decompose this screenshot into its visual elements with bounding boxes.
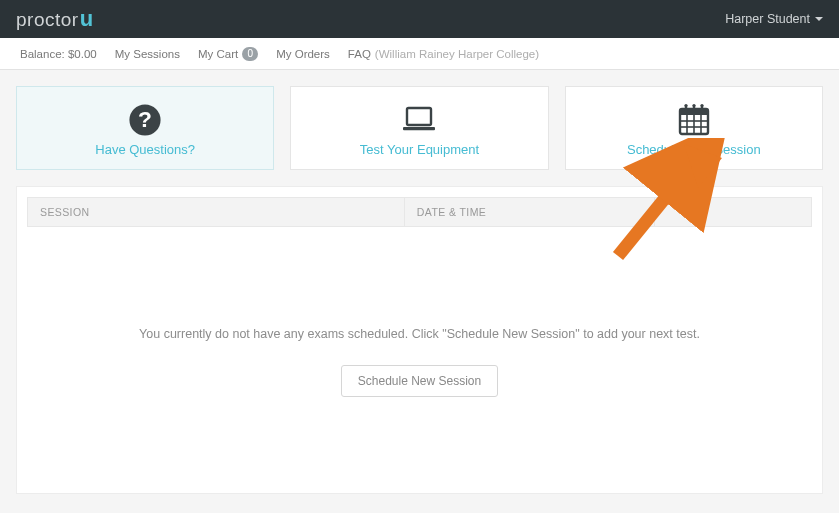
laptop-icon <box>399 100 439 140</box>
card-test-equipment[interactable]: Test Your Equipment <box>290 86 548 170</box>
nav-faq-institution: (William Rainey Harper College) <box>375 48 539 60</box>
card-have-questions-label: Have Questions? <box>95 142 195 157</box>
nav-faq-label: FAQ <box>348 48 371 60</box>
nav-faq[interactable]: FAQ (William Rainey Harper College) <box>348 48 539 60</box>
col-session: SESSION <box>28 206 404 218</box>
svg-point-9 <box>684 103 687 106</box>
card-schedule-new-label: Schedule New Session <box>627 142 761 157</box>
action-cards-row: ? Have Questions? Test Your Equipment <box>16 86 823 170</box>
empty-state: You currently do not have any exams sche… <box>27 227 812 397</box>
logo[interactable]: proctor u <box>16 6 93 32</box>
caret-down-icon <box>815 17 823 21</box>
user-display-name: Harper Student <box>725 12 810 26</box>
logo-prefix: proctor <box>16 9 79 31</box>
user-menu[interactable]: Harper Student <box>725 12 823 26</box>
subnav: Balance: $0.00 My Sessions My Cart 0 My … <box>0 38 839 70</box>
calendar-icon <box>676 100 712 140</box>
svg-rect-3 <box>403 127 435 130</box>
svg-text:?: ? <box>138 106 152 132</box>
empty-state-message: You currently do not have any exams sche… <box>27 327 812 341</box>
topbar: proctor u Harper Student <box>0 0 839 38</box>
col-datetime: DATE & TIME <box>404 198 655 226</box>
nav-my-cart[interactable]: My Cart 0 <box>198 47 258 61</box>
svg-rect-2 <box>407 108 431 125</box>
card-schedule-new[interactable]: Schedule New Session <box>565 86 823 170</box>
svg-point-11 <box>700 103 703 106</box>
question-icon: ? <box>128 100 162 140</box>
col-actions <box>654 198 811 226</box>
nav-my-cart-label: My Cart <box>198 48 238 60</box>
card-test-equipment-label: Test Your Equipment <box>360 142 479 157</box>
nav-balance[interactable]: Balance: $0.00 <box>20 48 97 60</box>
sessions-panel: SESSION DATE & TIME You currently do not… <box>16 186 823 494</box>
nav-my-sessions[interactable]: My Sessions <box>115 48 180 60</box>
logo-suffix: u <box>80 6 93 32</box>
nav-my-orders[interactable]: My Orders <box>276 48 330 60</box>
sessions-table-header: SESSION DATE & TIME <box>27 197 812 227</box>
card-have-questions[interactable]: ? Have Questions? <box>16 86 274 170</box>
schedule-new-session-button[interactable]: Schedule New Session <box>341 365 498 397</box>
cart-count-badge: 0 <box>242 47 258 61</box>
svg-point-10 <box>692 103 695 106</box>
